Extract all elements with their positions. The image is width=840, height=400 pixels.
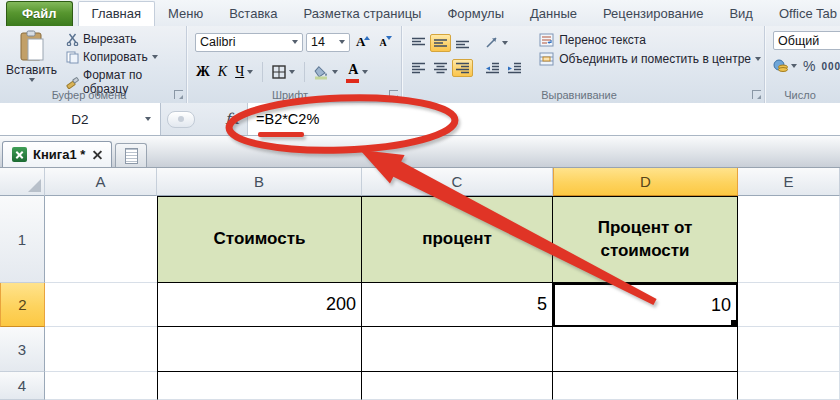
wrap-text-label: Перенос текста xyxy=(559,33,646,47)
align-top-button[interactable] xyxy=(408,34,429,52)
column-header-d[interactable]: D xyxy=(553,168,738,196)
cell-e1[interactable] xyxy=(738,196,840,283)
align-right-button[interactable] xyxy=(452,59,473,77)
cell-a4[interactable] xyxy=(45,372,157,400)
cell-b2[interactable]: 200 xyxy=(157,283,362,327)
shrink-font-button[interactable]: А xyxy=(376,34,394,51)
group-number: Общий % 000 Число xyxy=(765,26,840,103)
align-left-icon xyxy=(411,62,426,74)
bold-button[interactable]: Ж xyxy=(193,61,213,83)
new-document-icon xyxy=(125,148,138,164)
name-box[interactable]: D2 xyxy=(0,103,161,135)
font-color-bar-icon xyxy=(346,79,359,83)
tab-formulas[interactable]: Формулы xyxy=(434,2,517,26)
format-painter-icon xyxy=(66,76,79,89)
cell-b3[interactable] xyxy=(157,327,362,372)
accounting-dropdown-arrow-icon xyxy=(791,64,797,68)
close-icon[interactable] xyxy=(93,150,102,159)
underline-button[interactable]: Ч xyxy=(232,61,256,83)
insert-function-button[interactable]: fx xyxy=(217,103,247,135)
tab-view[interactable]: Вид xyxy=(716,2,766,26)
tab-office-tab[interactable]: Office Tab xyxy=(766,2,840,26)
new-workbook-tab-button[interactable] xyxy=(115,143,147,167)
column-header-b[interactable]: B xyxy=(157,168,362,196)
comma-style-button[interactable]: 000 xyxy=(821,61,840,72)
decrease-indent-button[interactable] xyxy=(482,59,503,77)
number-format-combobox[interactable]: Общий xyxy=(773,31,840,50)
formula-input[interactable]: =B2*C2% xyxy=(247,103,840,135)
percent-style-button[interactable]: % xyxy=(803,58,815,74)
cell-e3[interactable] xyxy=(738,327,840,372)
cut-label: Вырезать xyxy=(83,32,136,46)
borders-icon xyxy=(272,65,286,79)
tab-page-layout[interactable]: Разметка страницы xyxy=(291,2,435,26)
cell-c3[interactable] xyxy=(362,327,553,372)
cell-b4[interactable] xyxy=(157,372,362,400)
scissors-icon xyxy=(66,33,79,46)
align-top-icon xyxy=(411,37,426,49)
cell-a3[interactable] xyxy=(45,327,157,372)
tab-file[interactable]: Файл xyxy=(6,1,73,26)
tab-insert[interactable]: Вставка xyxy=(216,2,290,26)
tab-review[interactable]: Рецензирование xyxy=(590,2,716,26)
increase-indent-icon xyxy=(507,62,522,74)
row-header-1[interactable]: 1 xyxy=(0,196,45,283)
clipboard-dialog-launcher[interactable] xyxy=(174,90,183,99)
orientation-button[interactable] xyxy=(482,33,511,52)
cell-d4[interactable] xyxy=(553,372,738,400)
grow-font-button[interactable]: А xyxy=(353,31,373,53)
row-header-4[interactable]: 4 xyxy=(0,372,45,400)
cell-e4[interactable] xyxy=(738,372,840,400)
font-size-combobox[interactable]: 14 xyxy=(306,33,350,52)
group-clipboard: Вставить Вырезать xyxy=(0,26,187,103)
divider xyxy=(262,62,263,82)
column-header-e[interactable]: E xyxy=(738,168,840,196)
group-font: Calibri 14 А А Ж К Ч xyxy=(187,26,402,103)
workbook-tab-bar: Книга1 * xyxy=(0,136,840,168)
font-color-button[interactable]: А xyxy=(343,59,371,85)
select-all-corner[interactable] xyxy=(0,168,45,196)
merge-dropdown-arrow-icon xyxy=(755,57,761,61)
cell-e2[interactable] xyxy=(738,283,840,327)
cell-b1[interactable]: Стоимость xyxy=(157,196,362,283)
workbook-tab-active[interactable]: Книга1 * xyxy=(2,141,112,167)
column-header-c[interactable]: C xyxy=(362,168,553,196)
copy-button[interactable]: Копировать xyxy=(63,49,182,65)
align-middle-button[interactable] xyxy=(430,34,451,52)
cell-c4[interactable] xyxy=(362,372,553,400)
increase-indent-button[interactable] xyxy=(504,59,525,77)
cell-a2[interactable] xyxy=(45,283,157,327)
align-left-button[interactable] xyxy=(408,59,429,77)
paste-button[interactable]: Вставить xyxy=(6,30,57,97)
alignment-dialog-launcher[interactable] xyxy=(752,90,761,99)
formula-bar-splitter[interactable] xyxy=(161,103,217,135)
fill-color-button[interactable] xyxy=(311,62,341,83)
copy-dropdown-arrow-icon xyxy=(152,55,158,59)
cell-d2-selected[interactable]: 10 xyxy=(553,283,738,327)
cell-d1[interactable]: Процент от стоимости xyxy=(553,196,738,283)
align-center-button[interactable] xyxy=(430,59,451,77)
borders-button[interactable] xyxy=(269,62,298,82)
wrap-text-button[interactable]: Перенос текста xyxy=(536,32,764,48)
cell-a1[interactable] xyxy=(45,196,157,283)
italic-button[interactable]: К xyxy=(215,61,230,83)
tab-home[interactable]: Главная xyxy=(78,1,155,27)
underline-dropdown-arrow-icon xyxy=(247,70,253,74)
font-family-dropdown-arrow-icon xyxy=(292,40,298,44)
tab-data[interactable]: Данные xyxy=(517,2,590,26)
font-dialog-launcher[interactable] xyxy=(389,90,398,99)
column-header-a[interactable]: A xyxy=(45,168,157,196)
cell-d3[interactable] xyxy=(553,327,738,372)
tab-menu[interactable]: Меню xyxy=(155,2,216,26)
cell-c1[interactable]: процент xyxy=(362,196,553,283)
accounting-format-button[interactable] xyxy=(773,59,797,73)
row-header-2[interactable]: 2 xyxy=(0,283,45,327)
align-bottom-button[interactable] xyxy=(452,34,473,52)
formula-text: =B2*C2% xyxy=(256,111,319,127)
font-color-dropdown-arrow-icon xyxy=(362,70,368,74)
cell-c2[interactable]: 5 xyxy=(362,283,553,327)
row-header-3[interactable]: 3 xyxy=(0,327,45,372)
font-family-combobox[interactable]: Calibri xyxy=(195,33,303,52)
cut-button[interactable]: Вырезать xyxy=(63,31,182,47)
merge-center-button[interactable]: Объединить и поместить в центре xyxy=(536,51,764,67)
